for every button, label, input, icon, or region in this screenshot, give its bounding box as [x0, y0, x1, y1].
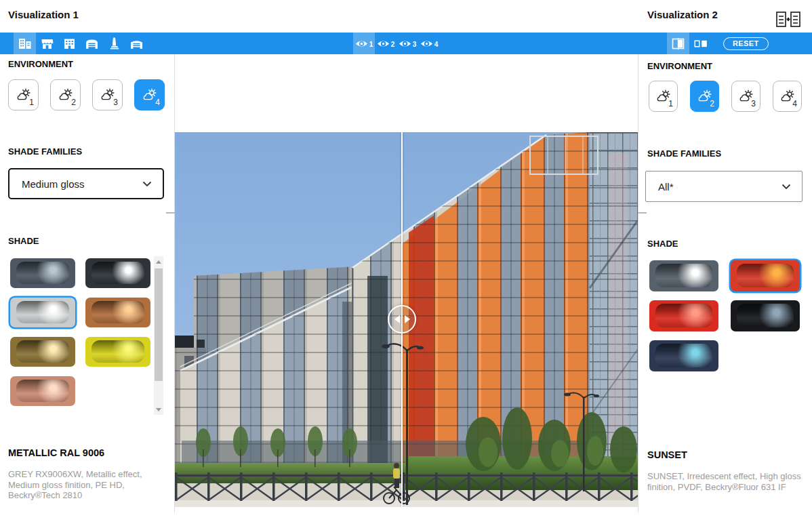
layer-visibility-toggles: 1 2 3 4	[353, 33, 440, 54]
paint-chip	[655, 344, 712, 367]
copy-visualizations-icon[interactable]	[774, 11, 803, 28]
shade-swatch[interactable]	[85, 258, 150, 288]
split-view-icon	[672, 38, 685, 49]
environment-4-button[interactable]: 4	[773, 81, 802, 112]
environment-3-button[interactable]: 3	[731, 81, 760, 112]
scroll-up-button[interactable]	[154, 256, 163, 267]
eye-toggle-2[interactable]: 2	[375, 33, 397, 54]
side-by-side-button[interactable]	[689, 33, 712, 54]
environment-1-button[interactable]: 1	[649, 81, 678, 112]
shade-families-select-left[interactable]: Medium gloss	[8, 168, 164, 199]
shade-swatches-left	[10, 258, 150, 406]
paint-chip	[92, 262, 144, 284]
shade-swatch-selected[interactable]	[10, 298, 75, 327]
shade-heading-right: SHADE	[647, 239, 678, 249]
environment-3-button[interactable]: 3	[92, 79, 123, 110]
view-mode-switcher: RESET	[667, 33, 769, 54]
eye-icon	[377, 39, 390, 48]
environment-number: 3	[751, 99, 756, 108]
shade-swatch[interactable]	[10, 258, 75, 288]
environment-number: 4	[792, 99, 797, 108]
shade-heading-left: SHADE	[8, 236, 39, 246]
storefront-icon	[40, 37, 54, 50]
shade-families-select-right[interactable]: All*	[645, 171, 803, 202]
arrow-left-icon	[394, 315, 400, 323]
shade-swatch[interactable]	[649, 300, 718, 331]
eye-toggle-number: 3	[413, 41, 417, 48]
eye-toggle-number: 4	[434, 41, 439, 48]
environment-options-right: 1 2 3 4	[649, 81, 812, 112]
environment-options-left: 1 2 3 4	[8, 79, 176, 110]
scene-office-building-button[interactable]	[14, 33, 36, 54]
selected-shade-name-left: METALLIC RAL 9006	[8, 447, 104, 458]
environment-4-button[interactable]: 4	[134, 79, 165, 110]
hangar-icon	[129, 37, 144, 50]
scrollbar-thumb[interactable]	[155, 268, 163, 381]
scene-selector	[14, 33, 148, 54]
selected-shade-description-left: GREY RX9006XW, Metallic effect, Medium g…	[8, 469, 159, 501]
main-toolbar: 1 2 3 4 RESET	[0, 33, 812, 54]
shade-swatches-right	[649, 260, 800, 371]
environment-1-button[interactable]: 1	[8, 79, 39, 110]
environment-heading-left: ENVIRONMENT	[8, 59, 73, 69]
eye-icon	[399, 39, 411, 48]
scene-apartment-building-button[interactable]	[58, 33, 81, 54]
shade-families-value-left: Medium gloss	[22, 178, 85, 190]
monument-icon	[107, 37, 121, 50]
scene-storefront-button[interactable]	[36, 33, 58, 54]
comparison-slider-handle[interactable]	[388, 305, 416, 333]
visualization-2-title: Visualization 2	[647, 9, 718, 20]
scene-monument-button[interactable]	[103, 33, 125, 54]
environment-number: 3	[113, 98, 118, 107]
eye-toggle-number: 1	[369, 41, 373, 48]
environment-number: 1	[29, 98, 34, 107]
shade-swatch[interactable]	[85, 337, 150, 367]
paint-chip	[737, 304, 794, 327]
shade-swatch[interactable]	[10, 376, 75, 406]
shade-swatch[interactable]	[649, 340, 718, 371]
shade-families-heading-right: SHADE FAMILIES	[647, 148, 721, 159]
scroll-down-button[interactable]	[154, 404, 163, 415]
right-panel-separator	[638, 54, 638, 512]
triangle-up-icon	[156, 260, 161, 264]
shade-swatch-selected[interactable]	[731, 260, 800, 291]
paint-chip	[92, 340, 144, 363]
chevron-down-icon	[781, 184, 791, 190]
shade-swatch[interactable]	[731, 300, 800, 331]
eye-toggle-3[interactable]: 3	[397, 33, 418, 54]
split-view-button[interactable]	[667, 33, 689, 54]
paint-chip	[655, 264, 712, 287]
eye-toggle-4[interactable]: 4	[418, 33, 440, 54]
paint-chip	[92, 301, 144, 323]
scene-hangar-button[interactable]	[125, 33, 148, 54]
shade-scrollbar[interactable]	[154, 256, 163, 415]
arrow-right-icon	[405, 315, 410, 323]
environment-heading-right: ENVIRONMENT	[647, 61, 712, 71]
environment-number: 2	[710, 99, 714, 108]
office-building-icon	[18, 37, 32, 50]
paint-chip	[16, 301, 69, 323]
eye-icon	[420, 39, 433, 48]
visualization-1-title: Visualization 1	[8, 9, 79, 20]
scene-warehouse-button[interactable]	[81, 33, 103, 54]
paint-chip	[16, 380, 69, 402]
eye-icon	[355, 39, 368, 48]
shade-families-value-right: All*	[658, 181, 674, 193]
eye-toggle-1[interactable]: 1	[353, 33, 375, 54]
paint-chip	[16, 340, 69, 363]
building-visualization-stage[interactable]	[175, 132, 638, 507]
warehouse-icon	[85, 37, 99, 50]
environment-2-button[interactable]: 2	[690, 81, 719, 112]
environment-2-button[interactable]: 2	[50, 79, 81, 110]
environment-number: 2	[71, 98, 76, 107]
triangle-down-icon	[156, 408, 161, 411]
shade-swatch[interactable]	[85, 298, 150, 327]
reset-button[interactable]: RESET	[723, 37, 769, 50]
selected-shade-description-right: SUNSET, Irredescent effect, High gloss f…	[647, 471, 810, 492]
left-separator-tick	[166, 212, 175, 214]
shade-swatch[interactable]	[649, 260, 718, 291]
shade-swatch[interactable]	[10, 337, 75, 367]
paint-chip	[737, 264, 794, 287]
paint-chip	[16, 262, 69, 284]
environment-number: 4	[155, 98, 160, 107]
